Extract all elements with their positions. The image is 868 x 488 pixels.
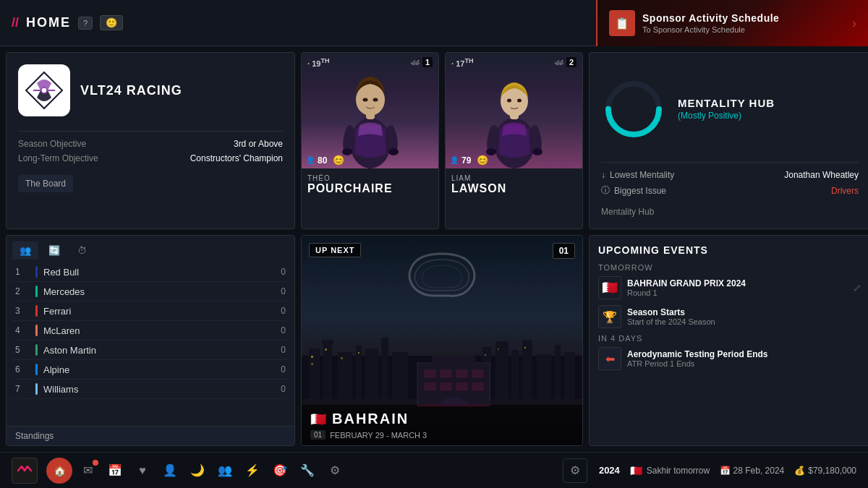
bahrain-event-title: BAHRAIN GRAND PRIX 2024 [627, 278, 847, 288]
standings-team-name: Ferrari [43, 306, 281, 317]
standings-tab-times[interactable]: ⏱ [70, 241, 94, 260]
standings-row[interactable]: 2 Mercedes 0 [12, 282, 289, 301]
team-color-bar [35, 266, 38, 278]
money-info: 💰 $79,180,000 [794, 466, 856, 476]
standings-row[interactable]: 5 Aston Martin 0 [12, 341, 289, 360]
longterm-objective-row: Long-Term Objective Constructors' Champi… [18, 153, 283, 163]
driver2-header: · 17TH 🏎 2 [451, 57, 576, 68]
mentality-top: MENTALITY HUB (Mostly Positive) [601, 64, 859, 153]
standings-footer[interactable]: Standings [7, 426, 294, 445]
main-content: VLT24 RACING Season Objective 3rd or Abo… [0, 46, 868, 452]
driver2-photo: 👤 79 😊 [446, 53, 582, 168]
constructors-tab-icon: 👥 [20, 245, 31, 256]
issue-icon: ⓘ [601, 184, 610, 197]
team-color-bar [35, 305, 38, 317]
motec-logo[interactable] [12, 458, 38, 484]
svg-rect-35 [511, 350, 519, 399]
nav-calendar-button[interactable]: 📅 [103, 458, 127, 483]
aero-icon: ⬅ [605, 352, 615, 366]
issue-label: ⓘ Biggest Issue [601, 184, 666, 197]
driver2-num: 2 [566, 57, 576, 67]
mentality-hub-link[interactable]: Mentality Hub [601, 207, 859, 217]
team-name-label: VLT24 RACING [80, 83, 182, 98]
standings-pts: 0 [281, 286, 286, 296]
svg-rect-42 [524, 347, 526, 348]
nav-power-button[interactable]: ⚡ [240, 458, 265, 483]
nav-messages-button[interactable]: ✉ [75, 458, 100, 483]
nav-health-button[interactable]: ♥ [130, 458, 155, 483]
upcoming-event-bahrain[interactable]: 🇧🇭 BAHRAIN GRAND PRIX 2024 Round 1 ⤢ [598, 276, 861, 299]
mentality-donut [601, 77, 666, 142]
driver1-lastname: POURCHAIRE [307, 182, 433, 195]
face-icon-button[interactable]: 🙂 [100, 15, 123, 30]
four-days-label: IN 4 DAYS [598, 334, 861, 343]
standings-team-name: Mercedes [43, 286, 281, 297]
driver1-header: · 19TH 🏎 1 [307, 57, 433, 68]
calendar-icon-small: 📅 [720, 466, 731, 476]
standings-tab-constructors[interactable]: 👥 [12, 241, 38, 260]
team-color-bar [35, 383, 38, 395]
driver1-card[interactable]: · 19TH 🏎 1 [301, 52, 439, 229]
board-link-button[interactable]: The Board [18, 175, 73, 192]
driver2-rating-row: 👤 79 😊 [450, 155, 488, 166]
standings-pts: 0 [281, 384, 286, 394]
team-logo [18, 64, 70, 116]
standings-team-name: Alpine [43, 364, 281, 375]
aero-event-text: Aerodynamic Testing Period Ends ATR Peri… [627, 349, 861, 368]
standings-tab-drivers[interactable]: 🔄 [41, 241, 67, 260]
driver2-card[interactable]: · 17TH 🏎 2 [445, 52, 583, 229]
page-title: HOME [26, 15, 71, 30]
driver1-rating-icon: 👤 [306, 156, 315, 164]
nav-driver-button[interactable]: 👤 [158, 458, 182, 483]
nav-moon-button[interactable]: 🌙 [185, 458, 210, 483]
bottom-bar: 🏠 ✉ 📅 ♥ 👤 🌙 👥 ⚡ 🎯 🔧 ⚙ ⚙ 2024 🇧🇭 Sakhir t… [0, 452, 868, 488]
standings-row[interactable]: 1 Red Bull 0 [12, 262, 289, 282]
nav-home-button[interactable]: 🏠 [46, 458, 72, 484]
standings-row[interactable]: 7 Williams 0 [12, 380, 289, 399]
svg-rect-30 [325, 348, 327, 351]
money-value: $79,180,000 [808, 466, 856, 476]
driver1-rating-val: 80 [318, 155, 327, 166]
nav-tools-button[interactable]: 🔧 [295, 458, 320, 483]
standings-pts: 0 [281, 306, 286, 316]
lowest-label: ↓ Lowest Mentality [601, 170, 674, 180]
bahrain-event-subtitle: Round 1 [627, 288, 847, 297]
settings-button[interactable]: ⚙ [563, 458, 587, 483]
nav-extra-button[interactable]: ⚙ [323, 458, 347, 483]
race-round-badge: 01 [553, 243, 575, 259]
mentality-title: MENTALITY HUB [678, 97, 859, 109]
standings-row[interactable]: 4 McLaren 0 [12, 321, 289, 341]
nav-target-button[interactable]: 🎯 [268, 458, 292, 483]
standings-pos: 6 [15, 364, 30, 374]
nav-team-button[interactable]: 👥 [213, 458, 237, 483]
standings-pos: 2 [15, 286, 30, 296]
standings-row[interactable]: 3 Ferrari 0 [12, 301, 289, 321]
up-next-badge: UP NEXT [309, 243, 361, 257]
svg-point-6 [362, 98, 367, 102]
svg-rect-21 [323, 341, 332, 399]
season-event-text: Season Starts Start of the 2024 Season [627, 307, 861, 326]
season-obj-value: 3rd or Above [234, 139, 283, 149]
drivers-tab-icon: 🔄 [48, 245, 60, 256]
slash-icon: // [12, 15, 19, 30]
times-tab-icon: ⏱ [77, 245, 87, 256]
bahrain-flag-box: 🇧🇭 [598, 276, 621, 299]
upcoming-events-title: UPCOMING EVENTS [598, 244, 861, 256]
svg-rect-32 [358, 352, 359, 354]
race-flag-icon: 🇧🇭 [310, 411, 326, 427]
driver1-car-icon: 🏎 [411, 57, 420, 67]
standings-row[interactable]: 6 Alpine 0 [12, 360, 289, 380]
svg-point-14 [517, 99, 522, 103]
standings-pos: 1 [15, 267, 30, 277]
bahrain-link-icon[interactable]: ⤢ [853, 282, 861, 294]
standings-pts: 0 [281, 325, 286, 335]
svg-rect-51 [456, 383, 467, 390]
svg-rect-45 [425, 370, 435, 377]
help-button[interactable]: ? [78, 17, 93, 30]
team-objectives: Season Objective 3rd or Above Long-Term … [18, 131, 283, 192]
location-name: Sakhir tomorrow [647, 466, 710, 476]
svg-point-2 [41, 87, 47, 93]
bottom-nav-icons: 🏠 ✉ 📅 ♥ 👤 🌙 👥 ⚡ 🎯 🔧 ⚙ ⚙ [12, 458, 587, 484]
sponsor-subtitle: To Sponsor Activity Schedule [642, 25, 845, 34]
sponsor-banner[interactable]: 📋 Sponsor Activity Schedule To Sponsor A… [596, 0, 868, 46]
